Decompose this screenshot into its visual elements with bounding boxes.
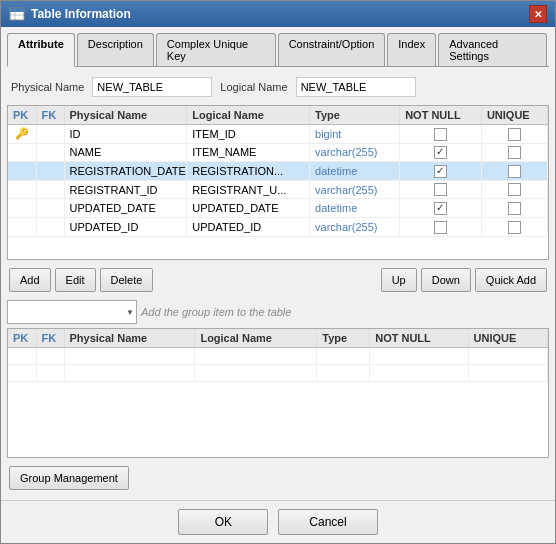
col-fk: FK <box>36 106 64 125</box>
table-row[interactable]: 🔑 ID ITEM_ID bigint <box>8 125 548 144</box>
cancel-button[interactable]: Cancel <box>278 509 377 535</box>
col-type: Type <box>310 106 400 125</box>
col-logical-name: Logical Name <box>187 106 310 125</box>
unique-checkbox[interactable] <box>508 221 521 234</box>
tab-advanced-settings[interactable]: Advanced Settings <box>438 33 547 66</box>
physical-name-cell: REGISTRANT_ID <box>64 180 187 199</box>
unique-cell[interactable] <box>481 125 547 144</box>
not-null-checkbox[interactable] <box>434 221 447 234</box>
logical-name-cell: REGISTRANT_U... <box>187 180 310 199</box>
unique-checkbox[interactable] <box>508 183 521 196</box>
down-button[interactable]: Down <box>421 268 471 292</box>
bottom-col-pk: PK <box>8 329 36 348</box>
tab-complex-unique-key[interactable]: Complex Unique Key <box>156 33 276 66</box>
bottom-col-unique: UNIQUE <box>468 329 547 348</box>
type-cell: varchar(255) <box>310 143 400 162</box>
bottom-col-not-null: NOT NULL <box>370 329 468 348</box>
unique-checkbox[interactable] <box>508 165 521 178</box>
not-null-cell[interactable] <box>400 217 482 236</box>
physical-name-cell: ID <box>64 125 187 144</box>
physical-name-cell: UPDATED_DATE <box>64 199 187 218</box>
fk-cell <box>36 217 64 236</box>
logical-name-input[interactable] <box>296 77 416 97</box>
unique-checkbox[interactable] <box>508 146 521 159</box>
group-row: ▼ Add the group item to the table <box>7 300 549 324</box>
bottom-col-logical-name: Logical Name <box>195 329 317 348</box>
main-window: Table Information ✕ Attribute Descriptio… <box>0 0 556 544</box>
logical-name-cell: ITEM_ID <box>187 125 310 144</box>
tab-bar: Attribute Description Complex Unique Key… <box>7 33 549 67</box>
table-row[interactable]: NAME ITEM_NAME varchar(255) <box>8 143 548 162</box>
logical-name-cell: UPDATED_DATE <box>187 199 310 218</box>
pk-cell <box>8 199 36 218</box>
fk-cell <box>36 180 64 199</box>
not-null-checkbox[interactable] <box>434 183 447 196</box>
physical-name-cell: REGISTRATION_DATE <box>64 162 187 181</box>
unique-cell[interactable] <box>481 162 547 181</box>
group-hint-text: Add the group item to the table <box>141 306 291 318</box>
group-management-row: Group Management <box>7 462 549 494</box>
delete-button[interactable]: Delete <box>100 268 154 292</box>
type-cell: varchar(255) <box>310 180 400 199</box>
unique-cell[interactable] <box>481 199 547 218</box>
bottom-col-type: Type <box>317 329 370 348</box>
physical-name-input[interactable] <box>92 77 212 97</box>
table-row[interactable]: UPDATED_DATE UPDATED_DATE datetime <box>8 199 548 218</box>
physical-name-cell: UPDATED_ID <box>64 217 187 236</box>
logical-name-label: Logical Name <box>220 81 287 93</box>
footer: OK Cancel <box>1 500 555 543</box>
window-title: Table Information <box>31 7 131 21</box>
not-null-checkbox[interactable] <box>434 128 447 141</box>
quick-add-button[interactable]: Quick Add <box>475 268 547 292</box>
unique-cell[interactable] <box>481 180 547 199</box>
logical-name-cell: ITEM_NAME <box>187 143 310 162</box>
col-pk: PK <box>8 106 36 125</box>
not-null-cell[interactable] <box>400 180 482 199</box>
tab-constraint-option[interactable]: Constraint/Option <box>278 33 386 66</box>
not-null-checkbox[interactable] <box>434 165 447 178</box>
logical-name-cell: UPDATED_ID <box>187 217 310 236</box>
table-row <box>8 348 548 365</box>
unique-checkbox[interactable] <box>508 128 521 141</box>
table-row[interactable]: UPDATED_ID UPDATED_ID varchar(255) <box>8 217 548 236</box>
type-cell: datetime <box>310 162 400 181</box>
unique-cell[interactable] <box>481 143 547 162</box>
type-cell: bigint <box>310 125 400 144</box>
group-dropdown[interactable]: ▼ <box>7 300 137 324</box>
bottom-table-header: PK FK Physical Name Logical Name Type NO… <box>8 329 548 348</box>
table-row <box>8 365 548 382</box>
title-bar-left: Table Information <box>9 6 131 22</box>
edit-button[interactable]: Edit <box>55 268 96 292</box>
bottom-group-table: PK FK Physical Name Logical Name Type NO… <box>7 328 549 458</box>
unique-cell[interactable] <box>481 217 547 236</box>
physical-name-cell: NAME <box>64 143 187 162</box>
ok-button[interactable]: OK <box>178 509 268 535</box>
type-cell: datetime <box>310 199 400 218</box>
not-null-cell[interactable] <box>400 162 482 181</box>
pk-cell <box>8 143 36 162</box>
tab-attribute[interactable]: Attribute <box>7 33 75 67</box>
tab-description[interactable]: Description <box>77 33 154 66</box>
bottom-col-physical-name: Physical Name <box>64 329 195 348</box>
tab-index[interactable]: Index <box>387 33 436 66</box>
physical-name-label: Physical Name <box>11 81 84 93</box>
main-content: Attribute Description Complex Unique Key… <box>1 27 555 500</box>
fk-cell <box>36 199 64 218</box>
not-null-checkbox[interactable] <box>434 202 447 215</box>
logical-name-cell: REGISTRATION... <box>187 162 310 181</box>
unique-checkbox[interactable] <box>508 202 521 215</box>
not-null-cell[interactable] <box>400 143 482 162</box>
not-null-cell[interactable] <box>400 125 482 144</box>
table-row[interactable]: REGISTRANT_ID REGISTRANT_U... varchar(25… <box>8 180 548 199</box>
table-row[interactable]: REGISTRATION_DATE REGISTRATION... dateti… <box>8 162 548 181</box>
not-null-checkbox[interactable] <box>434 146 447 159</box>
up-button[interactable]: Up <box>381 268 417 292</box>
col-not-null: NOT NULL <box>400 106 482 125</box>
group-management-button[interactable]: Group Management <box>9 466 129 490</box>
col-unique: UNIQUE <box>481 106 547 125</box>
add-button[interactable]: Add <box>9 268 51 292</box>
not-null-cell[interactable] <box>400 199 482 218</box>
close-button[interactable]: ✕ <box>529 5 547 23</box>
pk-cell <box>8 217 36 236</box>
svg-rect-1 <box>10 8 24 12</box>
